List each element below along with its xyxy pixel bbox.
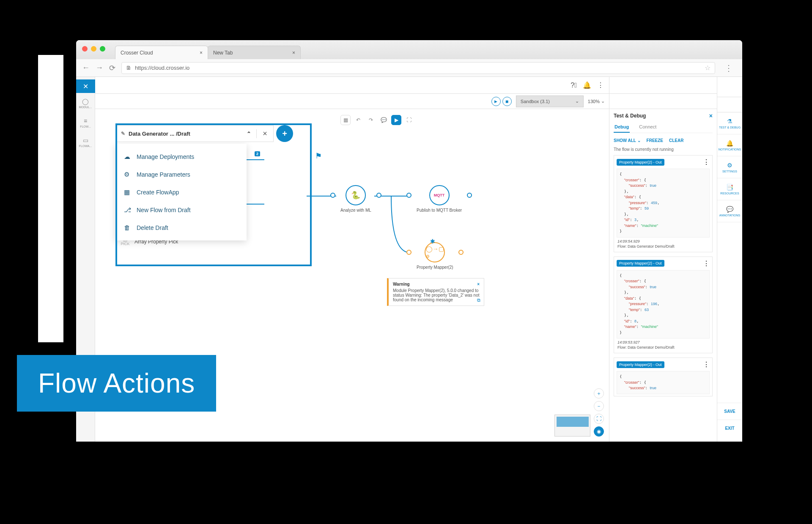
fit-button[interactable]: ⛶ <box>594 414 604 424</box>
stop-button[interactable]: ◼ <box>502 97 512 106</box>
node-property-mapper[interactable]: ✱ ◯→▢⚙ Property Mapper(2) <box>417 242 453 270</box>
rail-item-flowapps[interactable]: ▭FLOWA... <box>76 133 95 151</box>
tab-label: Crosser Cloud <box>121 50 153 56</box>
node-port-out[interactable] <box>467 193 472 198</box>
flag-icon[interactable]: ⚑ <box>315 151 322 161</box>
bookmark-icon[interactable]: ☆ <box>705 64 710 72</box>
help-icon[interactable]: ?⃝ <box>571 82 577 89</box>
branch-icon: ⎇ <box>124 206 132 214</box>
grid-icon[interactable]: ▦ <box>340 115 351 125</box>
rail-label: TEST & DEBUG <box>719 126 741 129</box>
warning-notification: Warning× Module Property Mapper(2), 5.0.… <box>387 278 484 306</box>
zoom-display[interactable]: 130%⌄ <box>588 98 605 104</box>
center-button[interactable]: ◉ <box>594 426 604 437</box>
tab-label: New Tab <box>213 50 233 56</box>
rail-test-debug[interactable]: ⚗TEST & DEBUG <box>717 112 743 134</box>
url-field[interactable]: 🗎 https://cloud.crosser.io ☆ <box>121 62 715 74</box>
show-all-button[interactable]: SHOW ALL ⌄ <box>614 138 641 143</box>
rail-annotations[interactable]: 💬ANNOTATIONS <box>717 200 743 222</box>
minimap[interactable] <box>554 415 590 437</box>
add-flow-button[interactable]: + <box>276 125 293 142</box>
browser-menu-icon[interactable]: ⋮ <box>721 63 736 73</box>
item-label: Delete Draft <box>137 224 168 231</box>
rail-notifications[interactable]: 🔔NOTIFICATIONS <box>717 134 743 156</box>
bell-icon: 🔔 <box>726 140 733 147</box>
tab-close-icon[interactable]: × <box>200 50 203 56</box>
fullscreen-icon[interactable]: ⛶ <box>404 115 414 125</box>
debug-json-body: { "crosser": { "success": true <box>617 371 710 394</box>
rail-settings[interactable]: ⚙SETTINGS <box>717 156 743 178</box>
node-port-out[interactable] <box>376 193 381 198</box>
gear-icon: ⚙ <box>727 162 732 169</box>
mapper-icon: ◯→▢⚙ <box>426 246 444 259</box>
app-icon: ▦ <box>124 188 132 196</box>
kebab-icon[interactable]: ⋮ <box>703 259 710 267</box>
tab-close-icon[interactable]: × <box>292 50 295 56</box>
node-port-in[interactable] <box>330 193 335 198</box>
window-max-dot[interactable] <box>100 46 105 52</box>
play-canvas-button[interactable]: ▶ <box>391 115 401 125</box>
redo-icon[interactable]: ↷ <box>366 115 376 125</box>
tab-connect[interactable]: Connect <box>638 122 657 133</box>
bell-icon[interactable]: 🔔 <box>583 81 591 89</box>
forward-icon[interactable]: → <box>96 63 103 72</box>
node-publish-mqtt[interactable]: MQTT Publish to MQTT Broker <box>417 185 462 213</box>
back-icon[interactable]: ← <box>82 63 90 72</box>
resources-icon: 📑 <box>726 184 733 191</box>
browser-tab-1[interactable]: Crosser Cloud × <box>115 46 208 59</box>
zoom-in-button[interactable]: ＋ <box>594 388 604 398</box>
close-icon[interactable]: × <box>709 112 713 119</box>
browser-tab-2[interactable]: New Tab × <box>208 46 301 59</box>
delete-draft-item[interactable]: 🗑Delete Draft <box>115 219 247 236</box>
zoom-value: 130% <box>588 99 600 104</box>
window-min-dot[interactable] <box>91 46 96 52</box>
tab-debug[interactable]: Debug <box>614 122 630 133</box>
manage-deployments-item[interactable]: ☁Manage Deployments <box>115 148 247 166</box>
item-label: Manage Parameters <box>137 171 190 178</box>
node-port-in[interactable] <box>406 193 411 198</box>
toolbar-secondary: ▶ ◼ Sandbox (3.1) ⌄ 130%⌄ <box>95 94 609 109</box>
warning-body: Module Property Mapper(2), 5.0.0 changed… <box>393 288 480 302</box>
item-label: Manage Deployments <box>137 153 194 160</box>
freeze-button[interactable]: FREEZE <box>647 138 663 143</box>
external-link-icon[interactable]: ⧉ <box>477 297 480 303</box>
flowapps-icon: ▭ <box>83 137 88 144</box>
save-button[interactable]: SAVE <box>717 403 743 420</box>
clear-button[interactable]: CLEAR <box>669 138 683 143</box>
warning-title: Warning <box>393 282 410 287</box>
rail-logo[interactable]: ✕ <box>76 79 95 93</box>
kebab-icon[interactable]: ⋮ <box>703 360 710 368</box>
manage-parameters-item[interactable]: ⚙Manage Parameters <box>115 166 247 183</box>
url-text: https://cloud.crosser.io <box>135 65 189 71</box>
undo-icon[interactable]: ↶ <box>353 115 363 125</box>
node-analyze-ml[interactable]: 🐍 Analyze with ML <box>340 185 371 213</box>
play-button[interactable]: ▶ <box>491 97 501 106</box>
debug-chip: Property Mapper(2) - Out <box>617 361 664 368</box>
pencil-icon[interactable]: ✎ <box>121 131 125 136</box>
zoom-out-button[interactable]: － <box>594 401 604 411</box>
chevron-down-icon: ⌄ <box>575 98 579 104</box>
kebab-icon[interactable]: ⋮ <box>597 81 604 89</box>
exit-button[interactable]: EXIT <box>717 420 743 437</box>
debug-card: Property Mapper(2) - Out ⋮ { "crosser": … <box>614 358 713 396</box>
reload-icon[interactable]: ⟳ <box>109 63 115 73</box>
flow-header-area: ✎ Data Generator ... /Draft ⌃ × + ☁Manag… <box>115 125 293 240</box>
flow-header[interactable]: ✎ Data Generator ... /Draft ⌃ × <box>115 125 274 142</box>
rail-item-flows[interactable]: ≡FLOW... <box>76 113 95 132</box>
close-icon[interactable]: × <box>477 282 480 287</box>
kebab-icon[interactable]: ⋮ <box>703 158 710 166</box>
chevron-up-icon[interactable]: ⌃ <box>247 131 251 137</box>
minimap-viewport <box>557 417 589 427</box>
create-flowapp-item[interactable]: ▦Create FlowApp <box>115 183 247 201</box>
window-close-dot[interactable] <box>82 46 88 52</box>
debug-timestamp: 14:09:54.929 <box>617 237 710 244</box>
node-port-in[interactable] <box>406 250 411 255</box>
rail-resources[interactable]: 📑RESOURCES <box>717 178 743 200</box>
browser-tabs-bar: Crosser Cloud × New Tab × <box>76 40 742 59</box>
rail-item-modules[interactable]: ◯MODUL... <box>76 94 95 112</box>
flow-header-close[interactable]: × <box>256 129 273 138</box>
comment-icon[interactable]: 💬 <box>379 115 389 125</box>
new-flow-from-draft-item[interactable]: ⎇New Flow from Draft <box>115 201 247 219</box>
node-port-out[interactable] <box>458 250 464 255</box>
sandbox-select[interactable]: Sandbox (3.1) ⌄ <box>516 96 584 107</box>
